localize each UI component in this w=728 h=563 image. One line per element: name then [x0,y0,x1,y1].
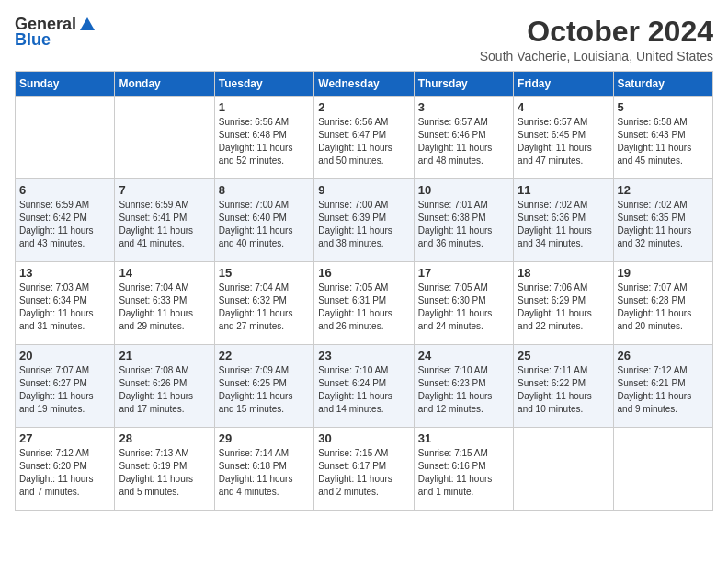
day-info: Sunrise: 7:05 AM Sunset: 6:31 PM Dayligh… [318,282,409,333]
day-number: 14 [119,266,210,280]
table-row: 30 Sunrise: 7:15 AM Sunset: 6:17 PM Dayl… [314,428,414,511]
header: General Blue October 2024 South Vacherie… [15,15,713,63]
calendar-header-row: Sunday Monday Tuesday Wednesday Thursday… [16,72,713,97]
day-info: Sunrise: 7:12 AM Sunset: 6:20 PM Dayligh… [19,447,110,499]
table-row [514,428,613,511]
day-info: Sunrise: 7:07 AM Sunset: 6:27 PM Dayligh… [19,364,110,416]
table-row: 15 Sunrise: 7:04 AM Sunset: 6:32 PM Dayl… [214,262,313,345]
table-row: 31 Sunrise: 7:15 AM Sunset: 6:16 PM Dayl… [414,428,513,511]
day-info: Sunrise: 7:00 AM Sunset: 6:39 PM Dayligh… [318,199,409,250]
table-row: 19 Sunrise: 7:07 AM Sunset: 6:28 PM Dayl… [613,262,712,345]
logo-blue: Blue [15,30,51,50]
table-row: 21 Sunrise: 7:08 AM Sunset: 6:26 PM Dayl… [115,345,214,428]
day-info: Sunrise: 7:01 AM Sunset: 6:38 PM Dayligh… [418,199,509,250]
day-number: 23 [318,349,409,362]
table-row: 9 Sunrise: 7:00 AM Sunset: 6:39 PM Dayli… [314,179,414,262]
table-row: 17 Sunrise: 7:05 AM Sunset: 6:30 PM Dayl… [414,262,513,345]
table-row: 28 Sunrise: 7:13 AM Sunset: 6:19 PM Dayl… [115,428,214,511]
table-row: 10 Sunrise: 7:01 AM Sunset: 6:38 PM Dayl… [414,179,513,262]
table-row: 3 Sunrise: 6:57 AM Sunset: 6:46 PM Dayli… [414,97,513,179]
table-row: 29 Sunrise: 7:14 AM Sunset: 6:18 PM Dayl… [214,428,313,511]
col-friday: Friday [514,72,613,97]
day-info: Sunrise: 7:02 AM Sunset: 6:35 PM Dayligh… [618,199,709,250]
day-info: Sunrise: 6:56 AM Sunset: 6:47 PM Dayligh… [318,116,409,167]
day-info: Sunrise: 7:06 AM Sunset: 6:29 PM Dayligh… [518,282,609,333]
table-row: 6 Sunrise: 6:59 AM Sunset: 6:42 PM Dayli… [16,179,115,262]
day-number: 26 [618,349,709,362]
day-number: 25 [518,349,609,362]
table-row: 2 Sunrise: 6:56 AM Sunset: 6:47 PM Dayli… [314,97,414,179]
table-row: 8 Sunrise: 7:00 AM Sunset: 6:40 PM Dayli… [214,179,313,262]
table-row: 18 Sunrise: 7:06 AM Sunset: 6:29 PM Dayl… [514,262,613,345]
day-info: Sunrise: 7:02 AM Sunset: 6:36 PM Dayligh… [518,199,609,250]
day-info: Sunrise: 6:59 AM Sunset: 6:42 PM Dayligh… [19,199,110,250]
day-number: 15 [219,266,310,280]
title-area: October 2024 South Vacherie, Louisiana, … [480,15,713,63]
day-number: 3 [418,100,509,114]
day-number: 21 [119,349,210,362]
table-row: 23 Sunrise: 7:10 AM Sunset: 6:24 PM Dayl… [314,345,414,428]
col-wednesday: Wednesday [314,72,414,97]
calendar-row: 6 Sunrise: 6:59 AM Sunset: 6:42 PM Dayli… [16,179,713,262]
calendar-row: 1 Sunrise: 6:56 AM Sunset: 6:48 PM Dayli… [16,97,713,179]
day-info: Sunrise: 7:14 AM Sunset: 6:18 PM Dayligh… [219,447,310,499]
day-info: Sunrise: 7:09 AM Sunset: 6:25 PM Dayligh… [219,364,310,416]
day-info: Sunrise: 7:13 AM Sunset: 6:19 PM Dayligh… [119,447,210,499]
day-number: 1 [219,100,310,114]
table-row: 11 Sunrise: 7:02 AM Sunset: 6:36 PM Dayl… [514,179,613,262]
day-info: Sunrise: 7:05 AM Sunset: 6:30 PM Dayligh… [418,282,509,333]
day-number: 2 [318,100,409,114]
day-number: 8 [219,183,310,197]
day-number: 17 [418,266,509,280]
table-row: 13 Sunrise: 7:03 AM Sunset: 6:34 PM Dayl… [16,262,115,345]
table-row: 25 Sunrise: 7:11 AM Sunset: 6:22 PM Dayl… [514,345,613,428]
day-number: 5 [618,100,709,114]
day-info: Sunrise: 6:57 AM Sunset: 6:45 PM Dayligh… [518,116,609,167]
day-number: 27 [19,431,110,445]
day-info: Sunrise: 7:10 AM Sunset: 6:23 PM Dayligh… [418,364,509,416]
day-info: Sunrise: 7:15 AM Sunset: 6:17 PM Dayligh… [318,447,409,499]
col-thursday: Thursday [414,72,513,97]
calendar-row: 13 Sunrise: 7:03 AM Sunset: 6:34 PM Dayl… [16,262,713,345]
table-row: 7 Sunrise: 6:59 AM Sunset: 6:41 PM Dayli… [115,179,214,262]
day-info: Sunrise: 7:00 AM Sunset: 6:40 PM Dayligh… [219,199,310,250]
day-number: 19 [618,266,709,280]
day-number: 7 [119,183,210,197]
calendar-row: 27 Sunrise: 7:12 AM Sunset: 6:20 PM Dayl… [16,428,713,511]
day-number: 28 [119,431,210,445]
day-number: 11 [518,183,609,197]
location: South Vacherie, Louisiana, United States [480,49,713,63]
day-info: Sunrise: 6:56 AM Sunset: 6:48 PM Dayligh… [219,116,310,167]
col-tuesday: Tuesday [214,72,313,97]
col-saturday: Saturday [613,72,712,97]
day-info: Sunrise: 6:57 AM Sunset: 6:46 PM Dayligh… [418,116,509,167]
day-number: 16 [318,266,409,280]
svg-marker-0 [80,17,95,30]
calendar: Sunday Monday Tuesday Wednesday Thursday… [15,71,713,511]
table-row [613,428,712,511]
day-number: 4 [518,100,609,114]
day-number: 13 [19,266,110,280]
day-number: 6 [19,183,110,197]
col-sunday: Sunday [16,72,115,97]
day-info: Sunrise: 7:15 AM Sunset: 6:16 PM Dayligh… [418,447,509,499]
day-info: Sunrise: 7:12 AM Sunset: 6:21 PM Dayligh… [618,364,709,416]
table-row: 1 Sunrise: 6:56 AM Sunset: 6:48 PM Dayli… [214,97,313,179]
month-title: October 2024 [480,15,713,49]
day-number: 10 [418,183,509,197]
calendar-row: 20 Sunrise: 7:07 AM Sunset: 6:27 PM Dayl… [16,345,713,428]
day-number: 18 [518,266,609,280]
day-number: 31 [418,431,509,445]
col-monday: Monday [115,72,214,97]
table-row: 22 Sunrise: 7:09 AM Sunset: 6:25 PM Dayl… [214,345,313,428]
day-number: 12 [618,183,709,197]
table-row: 27 Sunrise: 7:12 AM Sunset: 6:20 PM Dayl… [16,428,115,511]
day-info: Sunrise: 7:10 AM Sunset: 6:24 PM Dayligh… [318,364,409,416]
day-number: 24 [418,349,509,362]
table-row: 26 Sunrise: 7:12 AM Sunset: 6:21 PM Dayl… [613,345,712,428]
table-row: 12 Sunrise: 7:02 AM Sunset: 6:35 PM Dayl… [613,179,712,262]
table-row: 24 Sunrise: 7:10 AM Sunset: 6:23 PM Dayl… [414,345,513,428]
logo: General Blue [15,15,97,50]
table-row [115,97,214,179]
table-row: 4 Sunrise: 6:57 AM Sunset: 6:45 PM Dayli… [514,97,613,179]
